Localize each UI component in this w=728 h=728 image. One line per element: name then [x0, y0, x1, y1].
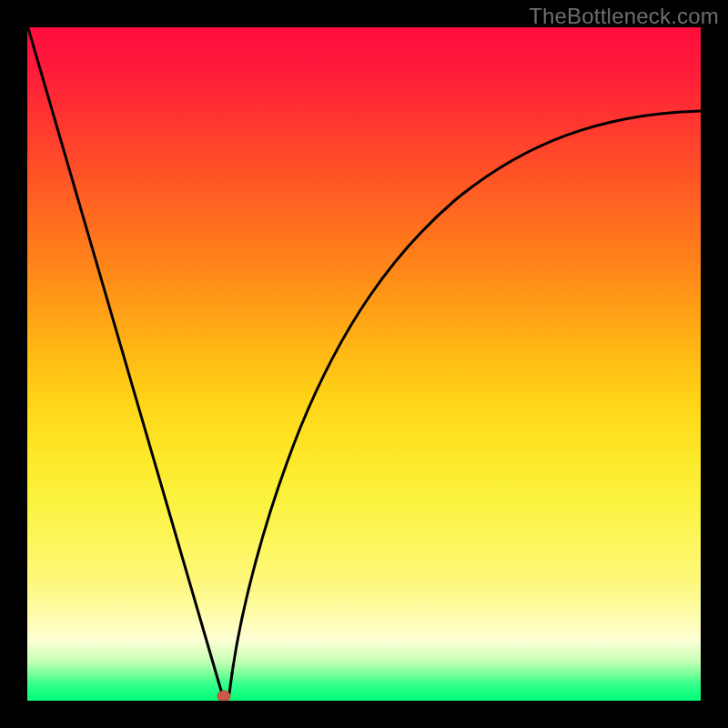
watermark-text: TheBottleneck.com — [529, 4, 719, 29]
minimum-point-marker — [217, 691, 230, 701]
bottleneck-curve — [27, 27, 701, 701]
curve-left-branch — [28, 28, 232, 696]
chart-plot-area — [27, 27, 701, 701]
curve-right-branch — [232, 111, 700, 673]
